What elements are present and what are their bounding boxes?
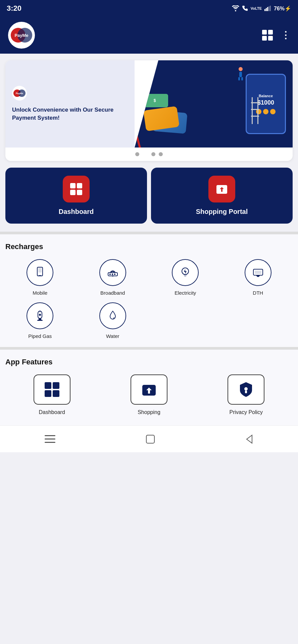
shopping-icon xyxy=(208,176,235,202)
shopping-portal-label: Shopping Portal xyxy=(196,208,248,216)
section-divider-1 xyxy=(0,232,298,234)
privacy-feature-box xyxy=(228,374,264,405)
svg-rect-37 xyxy=(39,310,41,312)
svg-rect-39 xyxy=(37,320,43,321)
svg-rect-30 xyxy=(184,275,187,276)
broadband-recharge[interactable]: Broadband xyxy=(78,259,148,296)
electricity-icon xyxy=(179,267,191,279)
svg-rect-17 xyxy=(77,190,82,195)
svg-rect-0 xyxy=(264,9,265,11)
svg-point-10 xyxy=(239,67,243,71)
piped-gas-label: Piped Gas xyxy=(28,333,52,339)
electricity-recharge[interactable]: Electricity xyxy=(151,259,220,296)
broadband-icon xyxy=(107,267,119,279)
mobile-icon xyxy=(34,267,46,279)
signal-icon xyxy=(264,6,271,11)
shopping-svg-icon xyxy=(214,182,229,196)
dashboard-icon xyxy=(63,176,90,202)
back-nav-button[interactable] xyxy=(237,430,261,448)
water-recharge[interactable]: Water xyxy=(78,302,148,339)
grid-icon[interactable] xyxy=(262,30,273,41)
svg-rect-34 xyxy=(256,275,260,276)
piped-gas-recharge[interactable]: Piped Gas xyxy=(5,302,75,339)
logo: PayMe xyxy=(8,22,35,49)
recharges-title: Recharges xyxy=(5,242,293,251)
back-icon xyxy=(245,434,253,445)
svg-rect-38 xyxy=(39,318,41,320)
svg-rect-50 xyxy=(45,435,55,436)
dashboard-svg-icon xyxy=(69,182,84,196)
shopping-feature[interactable]: Shopping xyxy=(102,374,195,415)
dth-icon-circle xyxy=(245,259,271,286)
dth-recharge[interactable]: DTH xyxy=(224,259,293,296)
svg-point-28 xyxy=(112,275,113,277)
svg-marker-54 xyxy=(247,435,252,443)
svg-rect-47 xyxy=(148,390,150,394)
shopping-portal-button[interactable]: Shopping Portal xyxy=(151,168,293,224)
svg-point-48 xyxy=(244,387,248,391)
svg-rect-8 xyxy=(251,109,259,110)
dashboard-feature-icon xyxy=(43,381,61,398)
svg-rect-25 xyxy=(109,274,111,275)
dot-3[interactable] xyxy=(151,152,155,156)
svg-rect-52 xyxy=(45,442,55,443)
water-label: Water xyxy=(106,333,119,339)
mobile-recharge[interactable]: Mobile xyxy=(5,259,75,296)
dth-icon xyxy=(252,267,264,279)
logo-circle: PayMe xyxy=(8,22,35,49)
dashboard-feature[interactable]: Dashboard xyxy=(5,374,98,415)
status-icons: VoLTE 76%⚡ xyxy=(232,5,291,12)
svg-rect-13 xyxy=(241,77,243,80)
svg-rect-6 xyxy=(257,97,258,124)
svg-rect-7 xyxy=(251,102,259,103)
wifi-icon xyxy=(232,5,239,11)
home-icon xyxy=(145,434,156,445)
dashboard-feature-box xyxy=(34,374,70,405)
shopping-feature-box xyxy=(131,374,167,405)
svg-rect-1 xyxy=(266,8,267,11)
banner-left: PayMe Unlock Convenience with Our Secure… xyxy=(5,60,135,148)
svg-rect-53 xyxy=(146,435,154,443)
app-features-section: App Features Dashboard xyxy=(0,350,298,425)
svg-rect-43 xyxy=(45,390,51,397)
svg-rect-31 xyxy=(184,276,186,277)
banner-logo-text: PayMe xyxy=(16,92,23,95)
svg-rect-23 xyxy=(38,268,42,273)
dot-1[interactable] xyxy=(135,152,139,156)
svg-rect-2 xyxy=(267,7,268,11)
recharges-section: Recharges Mobile xyxy=(0,234,298,347)
svg-rect-3 xyxy=(268,6,269,11)
svg-rect-44 xyxy=(53,390,59,397)
menu-nav-button[interactable] xyxy=(37,432,63,447)
svg-rect-49 xyxy=(245,391,247,393)
dth-label: DTH xyxy=(253,290,263,296)
electricity-icon-circle xyxy=(172,259,199,286)
promo-banner: PayMe Unlock Convenience with Our Secure… xyxy=(5,60,293,161)
features-title: App Features xyxy=(5,358,293,366)
privacy-feature[interactable]: Privacy Policy xyxy=(200,374,293,415)
svg-rect-27 xyxy=(114,274,115,275)
svg-point-40 xyxy=(39,314,41,316)
shopping-feature-icon xyxy=(140,381,158,398)
water-icon-circle xyxy=(99,302,126,329)
svg-rect-41 xyxy=(45,382,51,389)
svg-rect-5 xyxy=(252,97,253,124)
phone-icon xyxy=(242,5,248,11)
volte-indicator: VoLTE xyxy=(251,6,262,10)
svg-rect-9 xyxy=(251,116,259,117)
home-nav-button[interactable] xyxy=(137,430,164,448)
svg-rect-12 xyxy=(238,77,240,80)
logo-text: PayMe xyxy=(14,33,28,38)
dot-2[interactable] xyxy=(143,152,148,156)
broadband-icon-circle xyxy=(99,259,126,286)
menu-icon xyxy=(45,435,55,443)
recharges-grid: Mobile Broadband xyxy=(5,259,293,296)
dashboard-button[interactable]: Dashboard xyxy=(5,168,147,224)
mobile-icon-circle xyxy=(27,259,53,286)
more-options-icon[interactable]: ⋮ xyxy=(281,31,290,40)
shopping-feature-label: Shopping xyxy=(138,409,160,415)
water-icon xyxy=(107,310,119,322)
svg-rect-14 xyxy=(70,183,76,188)
dot-4[interactable] xyxy=(159,152,163,156)
features-grid: Dashboard Shopping Privacy P xyxy=(5,374,293,415)
